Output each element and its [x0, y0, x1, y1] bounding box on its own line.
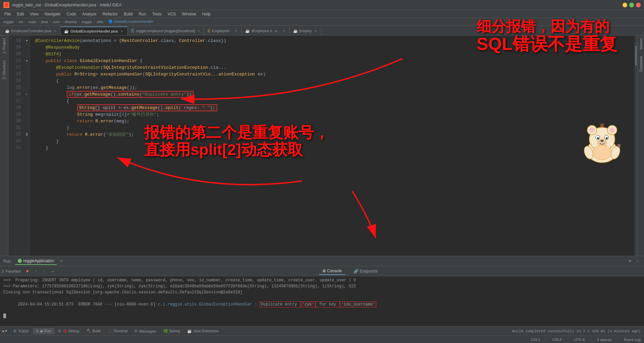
breadcrumb-utils[interactable]: utils: [97, 20, 103, 24]
tab-global-exception[interactable]: ☕ GlobalExceptionHandler.java ✕: [61, 26, 127, 35]
tab-close-reggie[interactable]: ✕: [197, 29, 201, 33]
maximize-button[interactable]: □: [629, 3, 634, 7]
toggle-bottom-icon[interactable]: ▼: [5, 329, 7, 333]
duplicate-entry-text: Duplicate entry: [259, 301, 301, 307]
code-line-26: if(ex.getMessage().contains("Duplicate e…: [30, 91, 635, 98]
run-settings-icon[interactable]: ⚙: [627, 258, 633, 264]
gutter-27: [23, 98, 30, 104]
menu-vcs[interactable]: VCS: [165, 11, 179, 17]
line-num-32: 32: [8, 131, 23, 138]
tab-close-global[interactable]: ✕: [120, 29, 124, 33]
run-app-icon: [18, 259, 22, 263]
menu-view[interactable]: View: [27, 11, 41, 17]
scroll-up-button[interactable]: ↑: [32, 268, 39, 275]
status-encoding[interactable]: UTF-8: [574, 338, 585, 342]
code-line-25: log.error(ex.getMessage());: [30, 84, 635, 91]
vertical-scrollbar[interactable]: [635, 36, 637, 256]
wrap-button[interactable]: ↵: [49, 268, 56, 275]
menu-code[interactable]: Code: [64, 11, 79, 17]
status-indent[interactable]: 4 spaces: [597, 338, 612, 342]
menu-bar: File Edit View Navigate Code Analyze Ref…: [0, 10, 644, 18]
menu-run[interactable]: Run: [136, 11, 149, 17]
tool-tab-build[interactable]: 🔨 Build: [83, 328, 104, 334]
toggle-sidebar-icon[interactable]: ◀: [2, 329, 4, 333]
gutter-30: [23, 118, 30, 124]
menu-file[interactable]: File: [2, 11, 13, 17]
line-num-19: 19: [8, 44, 23, 51]
breadcrumb-com[interactable]: com: [53, 20, 60, 24]
exception-handler-link[interactable]: c.i.reggie.utils.GlobalExceptionHandler: [158, 302, 252, 307]
gutter-25: [23, 84, 30, 91]
line-num-33: 33: [8, 138, 23, 145]
tool-tab-todo[interactable]: 6: TODO: [10, 328, 32, 334]
code-line-19: @ResponseBody: [30, 44, 635, 51]
code-line-21: public class GlobalExceptionHandler {: [30, 57, 635, 64]
minimize-button[interactable]: −: [623, 3, 627, 7]
code-line-27: {: [30, 98, 635, 104]
code-area[interactable]: @ControllerAdvice(annotations = {RestCon…: [30, 36, 635, 256]
menu-help[interactable]: Help: [200, 11, 213, 17]
tool-tab-messages[interactable]: 0: Messages: [131, 328, 159, 334]
scroll-down-button[interactable]: ↓: [40, 268, 48, 275]
breadcrumb-bar: reggie › src › main › java › com › ithei…: [0, 18, 644, 25]
tab-close-ei[interactable]: ✕: [234, 29, 238, 33]
project-sidebar: 1: Project 2: Structure: [0, 36, 8, 256]
line-num-18: 18: [8, 37, 23, 44]
maven-label[interactable]: Maven: [639, 38, 643, 49]
breadcrumb-class[interactable]: 🔵 GlobalExceptionHandler: [108, 19, 154, 24]
tool-tab-debug[interactable]: 5: 🐞 Debug: [55, 328, 83, 334]
console-tab[interactable]: 🖥 Console: [319, 268, 345, 275]
menu-tools[interactable]: Tools: [150, 11, 164, 17]
gutter-31: [23, 124, 30, 131]
run-panel-header: Run: reggieApplication ✕ ⚙ —: [0, 256, 644, 266]
menu-edit[interactable]: Edit: [14, 11, 26, 17]
status-event-log[interactable]: Event Log: [624, 338, 641, 342]
tab-close-employ[interactable]: ✕: [314, 29, 318, 33]
run-panel-content[interactable]: ==> Preparing: INSERT INTO employee ( id…: [0, 276, 644, 326]
close-button[interactable]: ✕: [636, 3, 641, 7]
code-line-32: return R.error("未知错误");: [30, 131, 635, 138]
tool-tab-java-enterprise[interactable]: ☕ Java Enterprise: [184, 328, 222, 334]
tool-tab-terminal[interactable]: ⬛ Terminal: [105, 328, 131, 334]
status-bar: 123:1 | CRLF | UTF-8 | 4 spaces | Event …: [0, 336, 644, 343]
line-num-31: 31: [8, 124, 23, 131]
tab-reggie-employee[interactable]: 🗄 reggie.employee [reggie@localhost] ✕: [127, 26, 205, 35]
tab-employee-i[interactable]: C EmployeeI... ✕: [204, 26, 242, 35]
tool-tab-spring[interactable]: 🌿 Spring: [160, 328, 183, 334]
duplicate-value: 'zyk': [301, 301, 316, 307]
menu-window[interactable]: Window: [179, 11, 199, 17]
tab-close-employee[interactable]: ✕: [53, 29, 57, 33]
status-position[interactable]: 123:1: [531, 338, 540, 342]
gutter-26: ▷: [23, 91, 30, 98]
menu-refactor[interactable]: Refactor: [100, 11, 120, 17]
breadcrumb-main[interactable]: main: [28, 20, 36, 24]
menu-build[interactable]: Build: [121, 11, 136, 17]
endpoints-tab[interactable]: 🔗 Endpoints: [350, 268, 381, 275]
database-label[interactable]: Database: [639, 56, 643, 72]
right-tool-windows: Maven Database: [637, 36, 644, 256]
breadcrumb-src[interactable]: src: [18, 20, 23, 24]
run-close-icon[interactable]: ✕: [60, 259, 62, 264]
run-tab-app[interactable]: reggieApplication: [15, 258, 57, 265]
menu-analyze[interactable]: Analyze: [79, 11, 99, 17]
tab-employ[interactable]: ☕ Employ ✕: [290, 26, 321, 35]
breadcrumb-reggie2[interactable]: reggie: [82, 20, 92, 24]
tab-close-ie[interactable]: ✕: [282, 29, 286, 33]
breadcrumb-java[interactable]: java: [41, 20, 48, 24]
code-line-23: public R<String> exceptionHandler(SQLInt…: [30, 71, 635, 77]
status-crlf[interactable]: CRLF: [552, 338, 562, 342]
bottom-tool-tabs: ◀ ▼ 6: TODO 4: ▶ Run 5: 🐞 Debug 🔨 Build …: [0, 326, 644, 336]
breadcrumb-reggie[interactable]: reggie: [3, 20, 14, 24]
line-num-20: 20: [8, 51, 23, 57]
tab-employee-controller[interactable]: ☕ EmployeeController.java ✕: [2, 26, 61, 35]
line-num-23: 23: [8, 71, 23, 77]
stop-button[interactable]: ■: [23, 268, 31, 275]
tool-tab-run[interactable]: 4: ▶ Run: [33, 328, 54, 334]
menu-navigate[interactable]: Navigate: [42, 11, 63, 17]
scrollbar-thumb[interactable]: [635, 46, 637, 66]
run-minimize-icon[interactable]: —: [635, 258, 641, 264]
breadcrumb-itheima[interactable]: itheima: [65, 20, 76, 24]
project-label[interactable]: 1: Project: [2, 38, 6, 54]
structure-label[interactable]: 2: Structure: [2, 60, 6, 79]
tab-iemployee[interactable]: ☕ IEmployee e...e... ✕: [242, 26, 290, 35]
